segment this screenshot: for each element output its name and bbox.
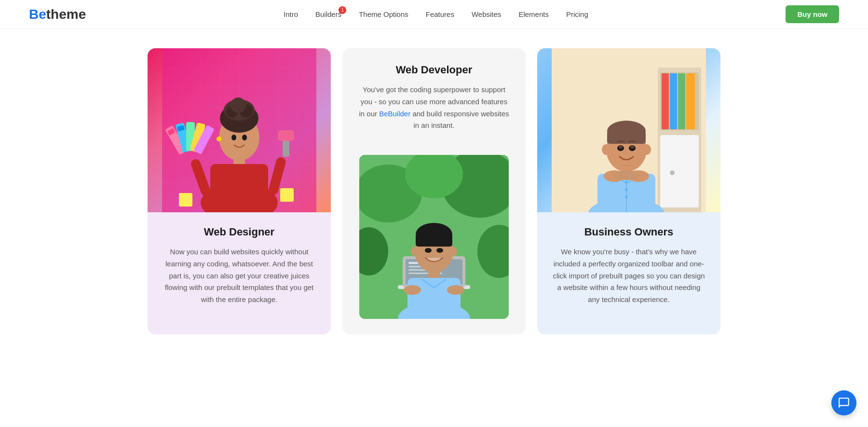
svg-point-67 (625, 188, 628, 191)
nav-item-intro[interactable]: Intro (284, 10, 298, 19)
card-designer: Web Designer Now you can build websites … (148, 48, 331, 334)
main-content: Web Designer Now you can build websites … (0, 29, 868, 354)
nav-item-features[interactable]: Features (426, 10, 454, 19)
svg-point-81 (613, 170, 640, 180)
bebuilder-link[interactable]: BeBuilder (379, 110, 410, 118)
nav-item-websites[interactable]: Websites (472, 10, 501, 19)
designer-image (148, 48, 331, 212)
developer-card-body-top: Web Developer You've got the coding supe… (342, 64, 526, 143)
developer-text: You've got the coding superpower to supp… (358, 84, 510, 132)
business-title: Business Owners (553, 226, 705, 238)
nav-link-websites[interactable]: Websites (472, 10, 501, 18)
business-illustration (552, 48, 706, 212)
svg-rect-59 (678, 73, 685, 129)
nav-link-intro[interactable]: Intro (284, 10, 298, 18)
svg-point-52 (404, 285, 421, 295)
navbar: Betheme Intro Builders 1 Theme Options F… (0, 0, 868, 29)
nav-item-builders[interactable]: Builders 1 (315, 10, 341, 19)
svg-rect-58 (670, 73, 677, 129)
card-developer: Web Developer You've got the coding supe… (342, 48, 526, 334)
nav-item-theme-options[interactable]: Theme Options (359, 10, 408, 19)
nav-item-elements[interactable]: Elements (518, 10, 549, 19)
developer-image (359, 155, 509, 319)
nav-links: Intro Builders 1 Theme Options Features … (284, 10, 588, 19)
logo-be: Be (29, 7, 46, 22)
svg-point-14 (242, 135, 247, 140)
svg-point-77 (619, 146, 623, 149)
svg-point-68 (625, 195, 628, 198)
nav-link-pricing[interactable]: Pricing (566, 10, 588, 18)
svg-rect-60 (686, 73, 695, 129)
business-text: We know you're busy - that's why we have… (553, 246, 705, 306)
svg-rect-47 (416, 234, 452, 247)
svg-point-73 (602, 144, 610, 155)
buy-now-button[interactable]: Buy now (786, 5, 839, 23)
svg-point-13 (231, 135, 236, 140)
designer-text: Now you can build websites quickly witho… (163, 246, 315, 306)
business-card-body: Business Owners We know you're busy - th… (537, 212, 720, 306)
svg-rect-26 (278, 130, 294, 141)
svg-point-53 (447, 285, 464, 295)
logo[interactable]: Betheme (29, 7, 86, 22)
svg-rect-28 (179, 193, 192, 207)
business-image (537, 48, 720, 212)
svg-rect-57 (662, 73, 669, 129)
nav-link-elements[interactable]: Elements (518, 10, 549, 18)
card-business: Business Owners We know you're busy - th… (537, 48, 720, 334)
svg-rect-27 (280, 188, 294, 202)
nav-link-theme-options[interactable]: Theme Options (359, 10, 408, 18)
svg-point-48 (411, 247, 419, 256)
nav-link-builders[interactable]: Builders (315, 10, 341, 18)
nav-item-pricing[interactable]: Pricing (566, 10, 588, 19)
svg-point-78 (630, 146, 634, 149)
svg-point-62 (670, 170, 675, 175)
svg-point-50 (425, 248, 432, 253)
developer-illustration (359, 155, 509, 319)
logo-theme: theme (46, 7, 86, 22)
svg-point-51 (436, 248, 443, 253)
svg-point-12 (231, 97, 246, 113)
developer-title: Web Developer (358, 64, 510, 76)
designer-card-body: Web Designer Now you can build websites … (148, 212, 331, 306)
svg-point-15 (217, 137, 221, 141)
svg-rect-5 (210, 164, 268, 212)
svg-rect-43 (407, 278, 461, 319)
developer-text-after: and build responsive websites in an inst… (410, 110, 509, 130)
svg-point-49 (449, 247, 457, 256)
nav-link-features[interactable]: Features (426, 10, 454, 18)
svg-point-74 (642, 144, 651, 155)
svg-rect-61 (660, 135, 699, 207)
designer-illustration (162, 48, 316, 212)
developer-image-wrapper (359, 155, 509, 319)
builders-badge: 1 (339, 6, 346, 14)
designer-title: Web Designer (163, 226, 315, 238)
